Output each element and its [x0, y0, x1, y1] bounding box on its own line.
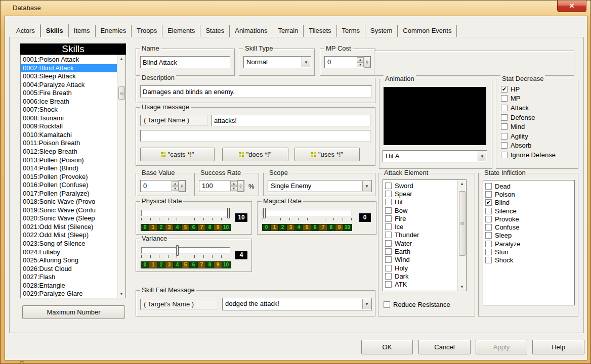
usage-line1-input[interactable] — [212, 115, 371, 126]
spin-up-icon[interactable]: ▲ — [357, 57, 364, 62]
cancel-button[interactable]: Cancel — [418, 340, 471, 354]
chevron-down-icon[interactable]: ▼ — [362, 181, 371, 191]
scroll-track[interactable] — [118, 63, 125, 290]
element-atk[interactable]: ATK — [385, 281, 457, 289]
scroll-down-icon[interactable]: ▼ — [458, 283, 466, 291]
list-item[interactable]: 0021:Odd Mist (Silence) — [21, 223, 117, 232]
list-item[interactable]: 0008:Tsunami — [21, 114, 117, 123]
checkbox[interactable] — [501, 114, 508, 121]
tab-enemies[interactable]: Enemies — [96, 25, 132, 37]
list-item[interactable]: 0023:Song of Silence — [21, 240, 117, 248]
spin-diamond-icon[interactable]: ◊ — [237, 180, 244, 192]
list-item[interactable]: 0016:Pollen (Confuse) — [21, 181, 117, 190]
list-item[interactable]: 0010:Kamaitachi — [21, 131, 117, 140]
state-blind[interactable]: ✔Blind — [485, 199, 573, 207]
list-item[interactable]: 0014:Pollen (Blind) — [21, 164, 117, 173]
state-confuse[interactable]: Confuse — [485, 223, 573, 231]
checkbox[interactable] — [384, 301, 390, 308]
stat-mp[interactable]: MP — [501, 94, 576, 104]
checkbox[interactable] — [485, 224, 492, 231]
state-dead[interactable]: Dead — [485, 182, 573, 190]
checkbox[interactable] — [501, 142, 508, 149]
success-rate-stepper[interactable]: 100 ▲▼ ◊ — [199, 180, 244, 192]
element-hit[interactable]: Hit — [385, 198, 457, 206]
chevron-down-icon[interactable]: ▼ — [362, 299, 371, 309]
scroll-up-icon[interactable]: ▲ — [118, 55, 125, 63]
tab-animations[interactable]: Animations — [230, 25, 273, 37]
list-item[interactable]: 0027:Flash — [21, 273, 117, 282]
checkbox[interactable] — [485, 216, 492, 222]
tab-common-events[interactable]: Common Events — [398, 25, 457, 37]
slider-thumb[interactable] — [227, 208, 230, 218]
checkbox[interactable]: ✔ — [485, 199, 492, 206]
stat-absorb[interactable]: Absorb — [501, 141, 576, 151]
checkbox[interactable] — [385, 273, 392, 280]
state-silence[interactable]: Silence — [485, 207, 573, 215]
usage-line2-input[interactable] — [140, 130, 371, 142]
stat-hp[interactable]: ✔HP — [501, 84, 576, 94]
chevron-down-icon[interactable]: ▼ — [478, 151, 486, 161]
checkbox[interactable] — [385, 265, 392, 271]
list-item[interactable]: 0020:Sonic Wave (Sleep — [21, 214, 117, 223]
scroll-track[interactable] — [458, 188, 466, 283]
scroll-up-icon[interactable]: ▲ — [458, 180, 466, 188]
checkbox[interactable] — [501, 123, 508, 130]
list-item[interactable]: 0017:Pollen (Paralyze) — [21, 190, 117, 198]
list-item[interactable]: 0012:Sleep Breath — [21, 148, 117, 156]
skill-type-dropdown[interactable]: Normal ▼ — [243, 56, 311, 68]
music-note-icon[interactable]: ♫ — [18, 358, 28, 364]
title-bar[interactable]: Database ✕ — [1, 1, 590, 16]
description-input[interactable] — [140, 85, 372, 98]
checkbox[interactable]: ✔ — [501, 86, 508, 93]
checkbox[interactable] — [385, 240, 392, 247]
magical-rate-slider[interactable] — [263, 210, 352, 216]
state-paralyze[interactable]: Paralyze — [485, 240, 573, 248]
stat-mind[interactable]: Mind — [501, 122, 576, 131]
list-item[interactable]: 0019:Sonic Wave (Confu — [21, 206, 117, 215]
checkbox[interactable] — [501, 95, 508, 102]
list-item[interactable]: 0029:Paralyze Glare — [21, 290, 117, 297]
element-ice[interactable]: Ice — [385, 222, 457, 231]
list-item[interactable]: 0009:Rockfall — [21, 122, 117, 131]
tab-system[interactable]: System — [365, 25, 398, 37]
checkbox[interactable] — [485, 249, 492, 255]
checkbox[interactable] — [501, 105, 508, 111]
attack-element-listbox[interactable]: SwordSpearHitBowFireIceThunderWaterEarth… — [383, 179, 467, 291]
list-item[interactable]: 0026:Dust Cloud — [21, 265, 117, 274]
uses-preset-button[interactable]: "uses *!" — [294, 148, 360, 161]
list-item[interactable]: 0005:Fire Breath — [21, 89, 117, 98]
stat-ignore-defense[interactable]: Ignore Defense — [501, 150, 576, 160]
list-item[interactable]: 0025:Alluring Song — [21, 256, 117, 265]
list-item[interactable]: 0013:Pollen (Poison) — [21, 156, 117, 165]
stat-agility[interactable]: Agility — [501, 131, 576, 141]
base-value-stepper[interactable]: 0 ▲▼ ◊ — [140, 180, 186, 192]
ok-button[interactable]: OK — [361, 340, 413, 354]
list-item[interactable]: 0024:Lullaby — [21, 248, 117, 257]
state-infliction-listbox[interactable]: DeadPoison✔BlindSilenceProvokeConfuseSle… — [483, 180, 575, 305]
checkbox[interactable] — [385, 199, 392, 205]
checkbox[interactable] — [385, 207, 392, 214]
help-button[interactable]: Help — [532, 340, 584, 354]
list-item[interactable]: 0028:Entangle — [21, 282, 117, 290]
scroll-thumb[interactable] — [118, 86, 125, 100]
element-water[interactable]: Water — [385, 239, 457, 247]
tab-skills[interactable]: Skills — [40, 24, 69, 37]
tab-items[interactable]: Items — [69, 25, 96, 37]
state-provoke[interactable]: Provoke — [485, 215, 573, 223]
checkbox[interactable] — [485, 208, 492, 214]
spin-diamond-icon[interactable]: ◊ — [179, 180, 185, 192]
state-sleep[interactable]: Sleep — [485, 232, 573, 240]
checkbox[interactable] — [385, 223, 392, 230]
checkbox[interactable] — [485, 191, 492, 198]
checkbox[interactable] — [385, 215, 392, 222]
element-wind[interactable]: Wind — [385, 256, 457, 264]
element-thunder[interactable]: Thunder — [385, 231, 457, 239]
list-item[interactable]: 0018:Sonic Wave (Provo — [21, 198, 117, 206]
name-input[interactable] — [140, 56, 230, 68]
list-item[interactable]: 0022:Odd Mist (Sleep) — [21, 231, 117, 240]
state-stun[interactable]: Stun — [485, 248, 573, 256]
checkbox[interactable] — [485, 241, 492, 247]
list-item[interactable]: 0015:Pollen (Provoke) — [21, 173, 117, 181]
checkbox[interactable] — [501, 152, 508, 158]
list-item[interactable]: 0007:Shock — [21, 106, 117, 114]
